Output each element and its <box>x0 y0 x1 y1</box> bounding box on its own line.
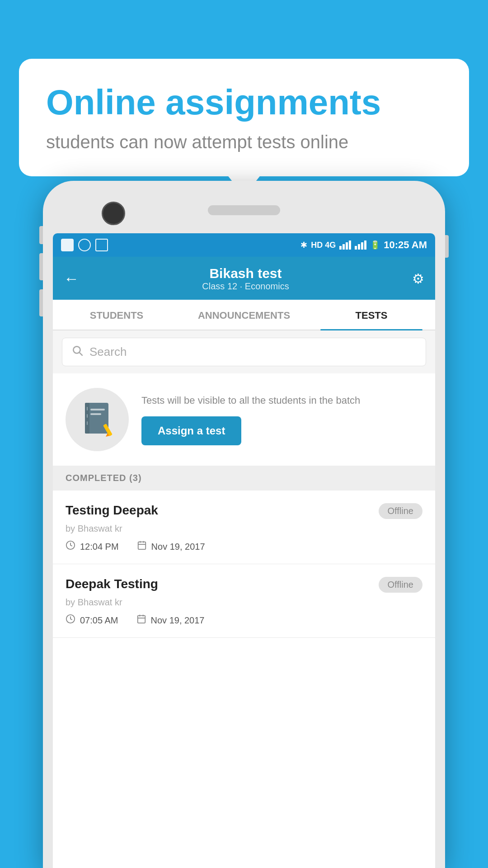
test-item-top: Deepak Testing Offline <box>66 577 422 593</box>
phone-side-button-left-2 <box>39 253 43 280</box>
search-icon <box>71 344 83 359</box>
speech-bubble: Online assignments students can now atte… <box>19 59 469 176</box>
status-right-area: ✱ HD 4G 🔋 10:25 AM <box>300 239 427 251</box>
app-bar-subtitle: Class 12 · Economics <box>202 281 289 292</box>
test-status-badge: Offline <box>379 503 422 519</box>
search-placeholder: Search <box>89 345 127 359</box>
assign-description: Tests will be visible to all the student… <box>141 394 422 408</box>
phone-side-button-left-3 <box>39 289 43 316</box>
notebook-icon <box>80 401 114 439</box>
test-item[interactable]: Testing Deepak Offline by Bhaswat kr 12:… <box>53 491 435 564</box>
test-time: 07:05 AM <box>66 614 118 627</box>
test-status-badge: Offline <box>379 577 422 593</box>
test-author: by Bhaswat kr <box>66 524 422 534</box>
app-bar: ← Bikash test Class 12 · Economics ⚙ <box>53 257 435 300</box>
speech-subtitle: students can now attempt tests online <box>46 130 442 154</box>
svg-line-1 <box>80 353 82 355</box>
phone-speaker <box>208 205 280 215</box>
clock-icon <box>66 540 75 553</box>
test-item[interactable]: Deepak Testing Offline by Bhaswat kr 07:… <box>53 564 435 638</box>
test-date-value: Nov 19, 2017 <box>151 542 205 552</box>
svg-rect-5 <box>90 413 101 415</box>
whatsapp-icon <box>78 239 91 251</box>
speech-title: Online assignments <box>46 83 442 122</box>
signal-bars <box>339 241 351 250</box>
tab-students[interactable]: STUDENTS <box>53 300 180 330</box>
phone-side-button-right <box>445 235 449 258</box>
notification-icon <box>61 239 74 251</box>
battery-icon: 🔋 <box>370 240 380 250</box>
tabs-container: STUDENTS ANNOUNCEMENTS TESTS <box>53 300 435 330</box>
phone-screen: ✱ HD 4G 🔋 10:25 AM ← <box>53 233 435 868</box>
test-date: Nov 19, 2017 <box>137 540 205 553</box>
svg-rect-4 <box>90 409 105 410</box>
clock-icon <box>66 614 75 627</box>
svg-rect-12 <box>138 542 145 550</box>
bluetooth-icon: ✱ <box>300 240 307 250</box>
test-date-value: Nov 19, 2017 <box>151 615 205 626</box>
signal-bars-2 <box>355 241 366 250</box>
assign-section: Tests will be visible to all the student… <box>53 373 435 466</box>
svg-rect-17 <box>137 616 145 623</box>
tab-announcements[interactable]: ANNOUNCEMENTS <box>180 300 308 330</box>
search-bar[interactable]: Search <box>62 338 426 366</box>
status-left-icons <box>61 239 108 251</box>
assign-right: Tests will be visible to all the student… <box>141 394 422 446</box>
calendar-icon <box>137 540 147 553</box>
test-author: by Bhaswat kr <box>66 597 422 608</box>
test-date: Nov 19, 2017 <box>136 614 205 627</box>
phone-camera <box>102 202 125 225</box>
assign-icon-circle <box>66 388 129 451</box>
app-bar-title: Bikash test <box>202 266 289 281</box>
phone-side-button-left-1 <box>39 226 43 244</box>
media-icon <box>95 239 108 251</box>
status-bar: ✱ HD 4G 🔋 10:25 AM <box>53 233 435 257</box>
tab-tests[interactable]: TESTS <box>308 300 435 330</box>
test-meta: 12:04 PM Nov 19, 2017 <box>66 540 422 553</box>
speech-bubble-container: Online assignments students can now atte… <box>19 59 469 176</box>
test-item-top: Testing Deepak Offline <box>66 503 422 519</box>
svg-rect-8 <box>87 421 88 425</box>
phone-frame: ✱ HD 4G 🔋 10:25 AM ← <box>43 181 445 868</box>
test-meta: 07:05 AM Nov 19, 2017 <box>66 614 422 627</box>
settings-button[interactable]: ⚙ <box>412 271 424 287</box>
search-bar-wrap: Search <box>53 330 435 373</box>
status-time: 10:25 AM <box>384 239 427 251</box>
app-bar-center: Bikash test Class 12 · Economics <box>202 266 289 292</box>
back-button[interactable]: ← <box>64 270 79 288</box>
assign-test-button[interactable]: Assign a test <box>141 416 241 445</box>
network-label: HD 4G <box>311 241 336 250</box>
calendar-icon <box>136 614 146 627</box>
svg-rect-6 <box>87 407 88 410</box>
test-time: 12:04 PM <box>66 540 119 553</box>
test-time-value: 07:05 AM <box>80 615 118 626</box>
test-name: Deepak Testing <box>66 577 158 591</box>
test-time-value: 12:04 PM <box>80 542 119 552</box>
completed-section-header: COMPLETED (3) <box>53 466 435 491</box>
svg-rect-7 <box>87 414 88 418</box>
test-name: Testing Deepak <box>66 503 158 518</box>
